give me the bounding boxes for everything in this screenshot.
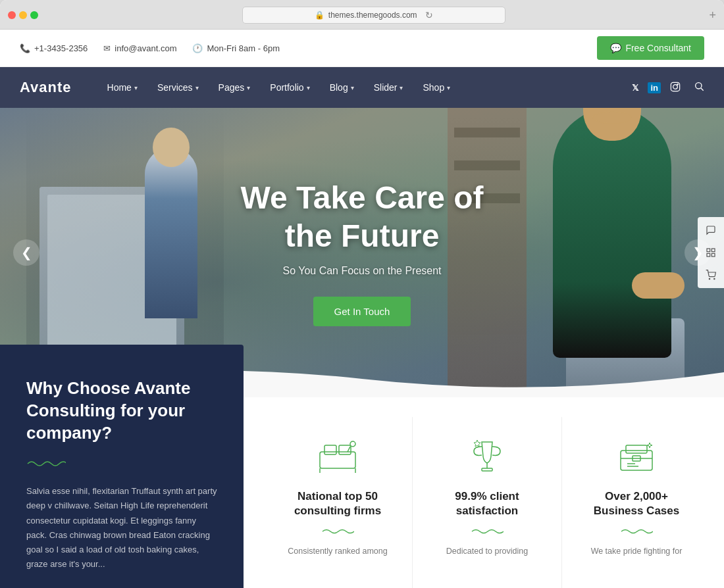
dot-red[interactable] [8,11,16,19]
chevron-icon: ▾ [351,84,354,91]
refresh-icon[interactable]: ↻ [425,10,433,20]
nav-link-slider[interactable]: Slider ▾ [365,69,413,106]
hero-prev-button[interactable]: ❮ [13,239,39,266]
side-panel-cart-icon[interactable] [700,264,721,285]
new-tab-button[interactable]: + [709,9,716,22]
svg-point-1 [673,84,678,89]
nav-item-pages[interactable]: Pages ▾ [209,69,260,106]
why-choose-body: Salvia esse nihil, flexitarian Truffaut … [26,484,217,572]
nav-item-blog[interactable]: Blog ▾ [321,69,363,106]
feature-title-3: Over 2,000+ Business Cases [579,489,694,518]
person-head-left [153,128,190,167]
hero-subtitle: So You Can Focus on the Present [240,265,483,277]
side-panel-chat-icon[interactable] [700,220,721,241]
person-silhouette-left [145,147,197,318]
dot-yellow[interactable] [19,11,27,19]
consultant-label: Free Consultant [625,43,691,53]
chevron-icon: ▾ [307,84,310,91]
url-text: themes.themegoods.com [328,11,417,20]
feature-text-3: We take pride fighting for [579,545,694,558]
chevron-icon: ▾ [400,84,403,91]
chevron-icon: ▾ [134,84,138,91]
browser-window: 🔒 themes.themegoods.com ↻ + 📞 +1-3435-23… [0,0,724,588]
email-icon: ✉ [103,43,111,53]
feature-card-consulting: National top 50 consulting firms Consist… [263,417,413,588]
feature-text-2: Dedicated to providing [429,545,545,558]
side-panel [698,217,724,288]
svg-rect-18 [482,468,492,471]
browser-dots [8,11,38,19]
clock-icon: 🕐 [192,43,203,53]
phone-info: 📞 +1-3435-2356 [20,43,88,53]
nav-item-home[interactable]: Home ▾ [98,69,147,106]
address-bar[interactable]: 🔒 themes.themegoods.com ↻ [242,7,505,24]
chevron-icon: ▾ [447,84,450,91]
nav-link-services[interactable]: Services ▾ [148,69,208,106]
trophy-icon [464,437,510,476]
consulting-icon [315,437,361,476]
hero-cta-button[interactable]: Get In Touch [313,297,411,326]
browser-chrome: 🔒 themes.themegoods.com ↻ + [0,0,724,30]
svg-rect-0 [671,82,679,91]
navbar: Avante Home ▾ Services ▾ Pages ▾ [0,67,724,108]
why-choose-card: Why Choose Avante Consulting for your co… [0,345,244,588]
nav-link-blog[interactable]: Blog ▾ [321,69,363,106]
phone-icon: 📞 [20,43,30,53]
why-choose-divider [26,457,217,471]
svg-point-3 [696,83,702,89]
lock-icon: 🔒 [315,11,324,20]
feature-divider-1 [280,526,396,537]
linkedin-link[interactable]: in [648,82,661,93]
nav-link-portfolio[interactable]: Portfolio ▾ [261,69,319,106]
search-icon[interactable] [694,81,704,94]
feature-text-1: Consistently ranked among [280,545,396,558]
chevron-icon: ▾ [195,84,199,91]
svg-rect-20 [626,445,647,453]
svg-point-9 [709,278,710,279]
feature-divider-2 [429,526,545,537]
email-address: info@avant.com [115,43,176,53]
features-layout: Why Choose Avante Consulting for your co… [0,397,724,588]
shelf-2 [454,160,520,170]
nav-menu: Home ▾ Services ▾ Pages ▾ Portfolio [98,69,633,106]
why-choose-title: Why Choose Avante Consulting for your co… [26,378,217,444]
svg-rect-8 [711,253,715,257]
shelf-1 [454,128,520,137]
feature-card-satisfaction: 99.9% client satisfaction Dedicated to p… [413,417,562,588]
svg-rect-6 [711,249,715,252]
content-section: Why Choose Avante Consulting for your co… [0,397,724,588]
svg-rect-7 [707,253,710,257]
nav-item-shop[interactable]: Shop ▾ [413,69,459,106]
phone-number: +1-3435-2356 [34,43,88,53]
email-info: ✉ info@avant.com [103,43,176,53]
nav-item-slider[interactable]: Slider ▾ [365,69,413,106]
hours-info: 🕐 Mon-Fri 8am - 6pm [192,43,280,53]
nav-item-services[interactable]: Services ▾ [148,69,208,106]
business-hours: Mon-Fri 8am - 6pm [207,43,280,53]
twitter-link[interactable]: 𝕏 [632,83,638,93]
instagram-link[interactable] [670,82,681,94]
feature-title-2: 99.9% client satisfaction [429,489,545,518]
side-panel-grid-icon[interactable] [700,242,721,263]
feature-card-cases: Over 2,000+ Business Cases We take pride… [562,417,711,588]
dot-green[interactable] [30,11,38,19]
woman-body [553,108,671,358]
svg-line-4 [701,88,704,91]
nav-social: 𝕏 in [632,81,704,94]
chevron-icon: ▾ [247,84,250,91]
nav-item-portfolio[interactable]: Portfolio ▾ [261,69,319,106]
consultant-icon: 💬 [610,43,621,53]
hero-title: We Take Care of the Future [240,179,483,255]
free-consultant-button[interactable]: 💬 Free Consultant [597,36,704,60]
hero-content: We Take Care of the Future So You Can Fo… [240,179,483,326]
svg-point-2 [677,84,678,84]
nav-link-shop[interactable]: Shop ▾ [413,69,459,106]
nav-logo[interactable]: Avante [20,67,72,108]
nav-link-pages[interactable]: Pages ▾ [209,69,260,106]
svg-point-10 [714,278,715,279]
feature-cards: National top 50 consulting firms Consist… [244,397,724,588]
svg-rect-12 [324,445,336,454]
feature-divider-3 [579,526,694,537]
nav-link-home[interactable]: Home ▾ [98,69,147,106]
svg-rect-5 [707,249,710,252]
